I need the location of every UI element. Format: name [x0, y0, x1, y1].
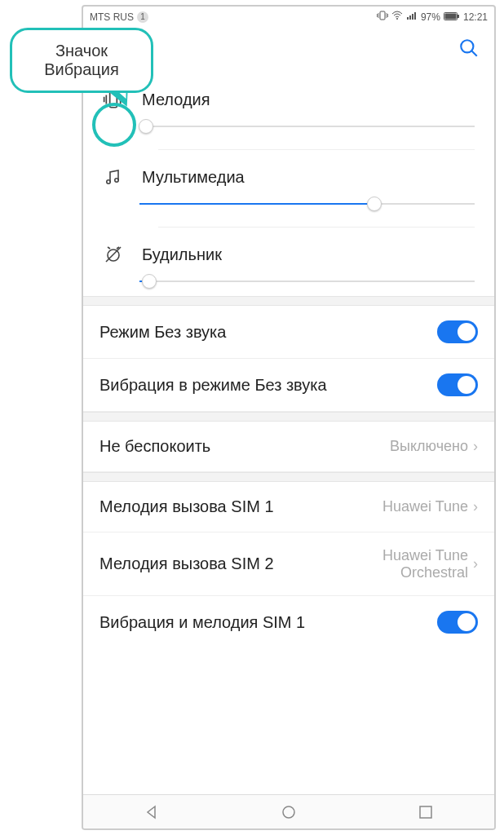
annotation-ring [92, 103, 136, 147]
slider-ringtone-track[interactable] [139, 118, 475, 135]
sim1-tone-label: Мелодия вызова SIM 1 [99, 497, 382, 517]
slider-alarm-label: Будильник [142, 245, 222, 264]
statusbar-left: MTS RUS 1 [90, 11, 148, 23]
statusbar-right: 97% 12:21 [377, 11, 488, 23]
dnd-label: Не беспокоить [99, 436, 390, 457]
section-divider-3 [83, 472, 494, 482]
sim-badge: 1 [137, 11, 148, 23]
svg-rect-4 [412, 14, 413, 20]
carrier-label: MTS RUS [90, 11, 134, 23]
sim1-tone-value: Huawei Tune [382, 498, 468, 515]
annotation-line2: Вибрация [20, 60, 143, 79]
sim2-tone-label: Мелодия вызова SIM 2 [99, 554, 378, 574]
battery-icon [444, 11, 460, 23]
signal-icon [406, 11, 418, 23]
svg-rect-8 [458, 15, 459, 18]
statusbar: MTS RUS 1 97% 12:21 [83, 7, 494, 27]
svg-point-9 [461, 40, 473, 52]
slider-media-track[interactable] [139, 196, 475, 212]
row-silent-mode[interactable]: Режим Без звука [83, 306, 494, 359]
row-vibrate-silent[interactable]: Вибрация в режиме Без звука [83, 359, 494, 412]
vibrate-status-icon [377, 11, 388, 23]
battery-pct: 97% [421, 11, 440, 23]
vibrate-silent-label: Вибрация в режиме Без звука [99, 375, 437, 395]
svg-rect-0 [380, 11, 385, 20]
content: Мелодия Мультимедиа [83, 79, 494, 648]
row-vibrate-sim1[interactable]: Вибрация и мелодия SIM 1 [83, 596, 494, 648]
slider-media-label: Мультимедиа [142, 168, 245, 187]
section-divider [83, 296, 494, 306]
sim2-tone-value: Huawei Tune Orchestral [378, 547, 468, 581]
row-sim1-tone[interactable]: Мелодия вызова SIM 1 Huawei Tune › [83, 482, 494, 532]
clock: 12:21 [463, 11, 488, 23]
music-icon [103, 166, 124, 188]
svg-rect-7 [444, 13, 456, 19]
slider-alarm-track[interactable] [139, 273, 475, 289]
alarm-off-icon [103, 244, 124, 265]
annotation-callout: Значок Вибрация [10, 28, 153, 93]
svg-point-13 [115, 179, 118, 182]
slider-ringtone: Мелодия [83, 79, 494, 157]
slider-media: Мультимедиа [83, 157, 494, 234]
navbar [83, 794, 494, 828]
nav-recent-icon[interactable] [417, 803, 435, 821]
slider-alarm: Будильник [83, 234, 494, 296]
vibrate-silent-switch[interactable] [437, 373, 478, 396]
chevron-right-icon: › [473, 555, 478, 572]
svg-rect-17 [420, 806, 431, 818]
svg-rect-3 [409, 15, 411, 20]
nav-back-icon[interactable] [143, 803, 161, 821]
svg-line-10 [471, 51, 477, 56]
vibrate-sim1-label: Вибрация и мелодия SIM 1 [99, 612, 437, 633]
wifi-icon [391, 11, 403, 23]
silent-mode-label: Режим Без звука [99, 322, 437, 342]
svg-point-12 [107, 180, 110, 183]
svg-rect-2 [407, 17, 409, 20]
svg-point-16 [283, 806, 294, 818]
dnd-value: Выключено [390, 438, 468, 455]
chevron-right-icon: › [473, 498, 478, 515]
silent-mode-switch[interactable] [437, 320, 478, 343]
row-sim2-tone[interactable]: Мелодия вызова SIM 2 Huawei Tune Orchest… [83, 532, 494, 596]
svg-rect-5 [414, 12, 416, 20]
nav-home-icon[interactable] [280, 803, 298, 821]
phone-frame: MTS RUS 1 97% 12:21 Звук [82, 5, 496, 830]
svg-point-1 [396, 18, 398, 20]
chevron-right-icon: › [473, 438, 478, 455]
row-dnd[interactable]: Не беспокоить Выключено › [83, 422, 494, 472]
annotation-line1: Значок [20, 42, 143, 60]
section-divider-2 [83, 412, 494, 422]
search-icon[interactable] [458, 38, 480, 62]
vibrate-sim1-switch[interactable] [437, 611, 478, 634]
slider-ringtone-label: Мелодия [142, 91, 210, 109]
